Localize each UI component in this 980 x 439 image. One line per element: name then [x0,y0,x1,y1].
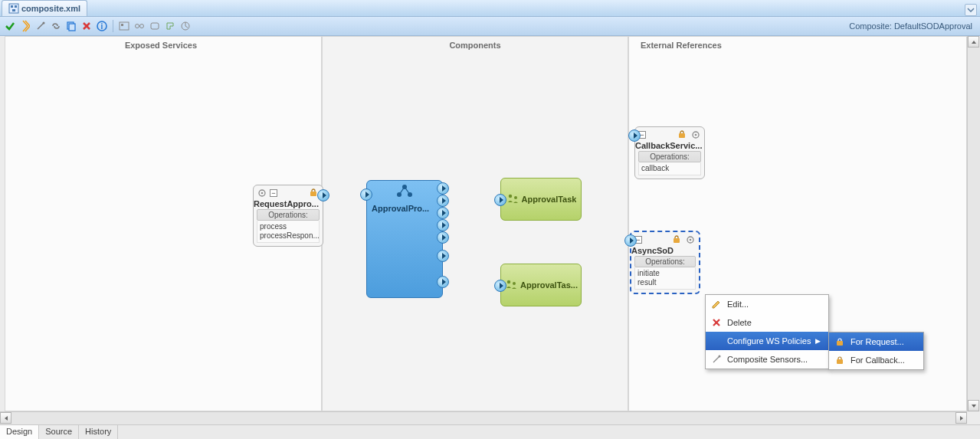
collapse-button[interactable] [965,4,977,16]
svg-point-33 [690,239,692,241]
tab-source[interactable]: Source [39,425,79,439]
composite-label: Composite: [849,21,892,31]
output-port[interactable] [437,231,449,244]
scroll-right-button[interactable] [955,412,967,424]
gear-icon [690,129,701,140]
node-title: ApprovalTask [522,195,577,204]
palette-button-2[interactable] [133,19,146,33]
output-port[interactable] [437,195,449,207]
svg-rect-37 [837,341,843,346]
node-title: ApprovalPro... [367,199,442,213]
svg-rect-20 [310,192,316,196]
node-approval-task-1[interactable]: ApprovalTask [500,178,582,221]
toolbar: i Composite: DefaultSODApproval [0,17,980,36]
tab-design[interactable]: Design [0,425,39,439]
svg-rect-31 [674,238,680,243]
svg-line-4 [38,23,44,29]
output-port[interactable] [437,250,449,262]
lane-references-header: External References [631,41,969,50]
output-port[interactable] [437,207,449,219]
node-title: RequestAppro... [254,199,323,208]
editor-tab-composite[interactable]: composite.xml [2,0,87,16]
svg-point-25 [514,196,517,199]
node-approval-task-2[interactable]: ApprovalTas... [500,264,582,306]
ctx-for-request[interactable]: For Request... [829,333,923,351]
node-approval-process[interactable]: ApprovalPro... [366,180,443,298]
operations-header: Operations: [638,151,701,162]
ctx-for-callback[interactable]: For Callback... [829,351,923,369]
operations-list: initiate result [634,267,696,290]
palette-button-1[interactable] [117,19,131,33]
operations-header: Operations: [634,256,696,267]
ctx-label: Configure WS Policies [727,336,811,346]
node-async-sod[interactable]: − AsyncSoD Operations: initiate result [630,231,700,294]
svg-text:i: i [101,22,103,31]
ctx-delete[interactable]: Delete [706,313,828,332]
scroll-left-button[interactable] [0,412,11,424]
ctx-label: For Callback... [851,355,905,365]
node-request-appro[interactable]: − RequestAppro... Operations: process pr… [253,185,323,247]
pencil-icon [710,298,723,310]
svg-rect-12 [120,22,129,30]
design-canvas[interactable]: Exposed Services Components External Ref… [0,36,980,424]
palette-button-5[interactable] [179,19,192,33]
composite-name: DefaultSODApproval [894,21,972,31]
svg-rect-13 [121,24,123,26]
ctx-edit[interactable]: Edit... [706,295,828,313]
svg-rect-2 [15,5,17,8]
composite-label-area: Composite: DefaultSODApproval [849,21,977,31]
input-port[interactable] [624,234,637,247]
ctx-label: For Request... [851,337,904,346]
info-button[interactable]: i [95,19,109,33]
input-port[interactable] [494,194,506,206]
delete-button[interactable] [80,19,93,33]
palette-button-4[interactable] [163,19,177,33]
ctx-configure-ws[interactable]: Configure WS Policies ▶ [706,332,828,350]
input-port[interactable] [494,280,506,292]
node-title: CallbackServic... [635,141,704,150]
ctx-composite-sensors[interactable]: Composite Sensors... [706,350,828,369]
svg-point-15 [140,25,144,28]
output-port[interactable] [437,276,449,288]
bpel-icon [395,184,415,198]
svg-rect-28 [679,133,685,138]
operation-item: initiate [637,269,693,278]
svg-point-30 [695,134,697,136]
output-port[interactable] [317,189,329,201]
output-port[interactable] [437,182,449,195]
svg-rect-38 [837,359,843,364]
svg-point-24 [508,195,511,198]
gear-icon [685,234,696,245]
wand-button[interactable] [34,19,48,33]
vertical-scrollbar[interactable] [967,36,980,411]
horizontal-scrollbar[interactable] [0,411,967,424]
lane-services-header: Exposed Services [0,41,322,50]
link-button[interactable] [49,19,63,33]
output-port[interactable] [437,219,449,231]
human-task-icon [506,192,519,206]
svg-rect-7 [69,24,75,31]
ctx-label: Delete [727,318,752,327]
svg-point-26 [507,280,510,283]
node-callback-service[interactable]: − CallbackServic... Operations: callback [634,126,705,179]
input-port[interactable] [360,188,372,201]
node-title: AsyncSoD [631,246,699,255]
svg-rect-1 [11,5,13,8]
context-submenu: For Request... For Callback... [828,332,924,370]
tab-history[interactable]: History [79,425,118,439]
scroll-down-button[interactable] [968,400,979,411]
svg-point-14 [136,25,139,28]
input-port[interactable] [628,129,641,142]
scroll-up-button[interactable] [968,36,979,48]
copy-button[interactable] [64,19,78,33]
operation-item: process [260,222,316,231]
operation-item: result [637,278,693,287]
svg-rect-16 [151,23,159,29]
ctx-label: Composite Sensors... [727,355,808,364]
collapse-toggle[interactable]: − [270,189,277,197]
test-button[interactable] [18,19,32,33]
validate-button[interactable] [3,19,17,33]
operations-list: callback [638,162,701,175]
palette-button-3[interactable] [148,19,162,33]
operation-item: callback [641,164,698,173]
